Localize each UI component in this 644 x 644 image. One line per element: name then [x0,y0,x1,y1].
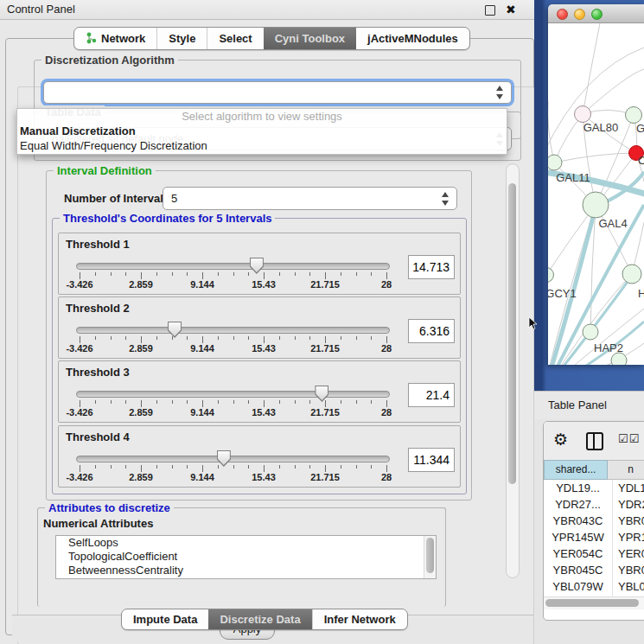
table-horizontal-scrollbar[interactable] [544,596,644,609]
attributes-group: Attributes to discretize Numerical Attri… [37,507,446,607]
slider-track[interactable] [76,263,390,270]
threshold-label: Threshold 4 [66,430,130,443]
table-cell[interactable]: YBR0 [613,513,644,529]
network-graph: GAL80 G C GAL11 GAL4 GCY1 H HAP2 [548,23,644,365]
tab-network[interactable]: Network [74,28,156,49]
attributes-group-title: Attributes to discretize [45,501,174,514]
slider-track[interactable] [76,327,390,334]
table-panel-header: Table Panel [534,391,644,419]
node-top-right [626,107,642,124]
node-label: GAL80 [583,121,618,134]
threshold-slider[interactable]: -3.4262.8599.14415.4321.71528 [80,321,386,355]
node-label: H [638,287,644,300]
mouse-cursor [528,317,538,330]
numerical-attributes-label: Numerical Attributes [43,517,153,530]
panel-body: Discretization Algorithm Table Data galF… [5,38,534,635]
network-canvas[interactable]: GAL80 G C GAL11 GAL4 GCY1 H HAP2 [548,23,644,365]
table-cell[interactable]: YPR145W [544,529,613,545]
threshold-slider[interactable]: -3.4262.8599.14415.4321.71528 [80,450,386,484]
close-icon[interactable]: ✖ [506,0,516,19]
hscrollbar-thumb[interactable] [545,599,639,607]
table-cell[interactable]: YBR0 [613,562,644,578]
network-icon [86,29,97,41]
threshold-value-field[interactable] [408,383,455,407]
node-label: GAL4 [598,217,627,230]
tab-style[interactable]: Style [156,28,207,49]
zoom-traffic-light[interactable] [591,9,603,20]
table-cell[interactable]: YER054C [544,545,613,562]
control-panel: Control Panel ✖ Discretization Algorithm… [0,0,534,644]
node-h [622,265,641,284]
tab-jactivemnodules[interactable]: jActiveMNodules [356,28,469,49]
settings-scrollbar-thumb[interactable] [508,183,516,484]
threshold-label: Threshold 3 [66,366,130,379]
threshold-panel-1: Threshold 1 -3.4262.8599.14415.4321.7152… [58,233,461,295]
popup-option-manual[interactable]: Manual Discretization [17,124,507,138]
column-header-shared-name[interactable]: shared... [544,460,608,480]
interval-definition-title: Interval Definition [54,164,156,177]
table-cell[interactable]: YBL0 [613,578,644,595]
table-cell[interactable]: YDL1 [613,480,644,496]
list-item[interactable]: SelfLoops [56,536,436,550]
table-row[interactable]: YBR043CYBR0 [544,513,644,529]
columns-icon[interactable] [586,432,603,450]
threshold-label: Threshold 1 [66,238,130,251]
tab-infer-network[interactable]: Infer Network [312,609,407,629]
table-cell[interactable]: YBR045C [544,562,613,578]
threshold-slider[interactable]: -3.4262.8599.14415.4321.71528 [80,385,386,419]
table-cell[interactable]: YER0 [613,545,644,562]
table-header-row: shared... n [544,460,644,480]
tab-discretize-data[interactable]: Discretize Data [208,609,311,629]
node-gal80 [575,106,591,123]
tab-cyni-toolbox[interactable]: Cyni Toolbox [264,28,356,49]
tab-select[interactable]: Select [207,28,263,49]
tab-impute-data[interactable]: Impute Data [122,609,208,629]
table-row[interactable]: YER054CYER0 [544,545,644,562]
float-window-icon[interactable] [485,5,495,16]
gear-icon[interactable]: ⚙ [553,430,568,450]
table-row[interactable]: YBL079WYBL0 [544,578,644,595]
algorithm-combobox[interactable] [43,81,512,104]
combo-arrows-icon [442,188,450,209]
slider-track[interactable] [76,456,390,462]
table-row[interactable]: YPR145WYPR1 [544,529,644,545]
table-row[interactable]: YDL19...YDL1 [544,480,644,496]
node-hap2 [583,324,598,340]
combo-arrows-icon [496,82,504,103]
num-intervals-label: Number of Intervals [64,192,169,205]
slider-tick-labels: -3.4262.8599.14415.4321.71528 [80,279,386,290]
threshold-value-field[interactable] [408,448,455,472]
list-scrollbar[interactable] [424,536,436,578]
threshold-slider[interactable]: -3.4262.8599.14415.4321.71528 [80,257,386,291]
threshold-value-field[interactable] [408,319,455,343]
node-label: GAL11 [556,171,590,184]
table-row[interactable]: YBR045CYBR0 [544,562,644,578]
settings-scrollbar[interactable] [506,163,520,578]
list-item[interactable]: TopologicalCoefficient [56,550,436,564]
node-label: HAP2 [594,341,623,354]
slider-track[interactable] [76,391,390,398]
table-row[interactable]: YDR27...YDR2 [544,496,644,513]
thresholds-group: Threshold's Coordinates for 5 Intervals … [52,218,467,494]
minimize-traffic-light[interactable] [574,9,585,20]
list-item[interactable]: BetweennessCentrality [56,564,436,577]
table-cell[interactable]: YDR27... [544,496,613,513]
bottom-tabbar: Impute Data Discretize Data Infer Networ… [121,609,408,630]
popup-option-equal-width[interactable]: Equal Width/Frequency Discretization [17,138,507,153]
table-cell[interactable]: YDL19... [544,480,613,496]
network-window-titlebar[interactable] [548,4,644,23]
select-all-checkboxes-icon[interactable]: ☑☑ [618,432,640,445]
slider-tick-labels: -3.4262.8599.14415.4321.71528 [80,472,386,482]
table-cell[interactable]: YPR1 [613,529,644,545]
table-cell[interactable]: YBR043C [544,513,613,529]
list-scrollbar-thumb[interactable] [426,538,434,573]
close-traffic-light[interactable] [557,9,568,20]
threshold-value-field[interactable] [408,255,455,279]
node-gcy1 [548,268,554,283]
table-cell[interactable]: YBL079W [544,578,613,595]
top-tabbar: Network Style Select Cyni Toolbox jActiv… [73,27,470,50]
table-cell[interactable]: YDR2 [613,496,644,513]
numerical-attributes-list[interactable]: SelfLoops TopologicalCoefficient Between… [55,535,437,579]
column-header-name[interactable]: n [608,460,644,480]
num-intervals-combobox[interactable]: 5 [163,187,457,210]
